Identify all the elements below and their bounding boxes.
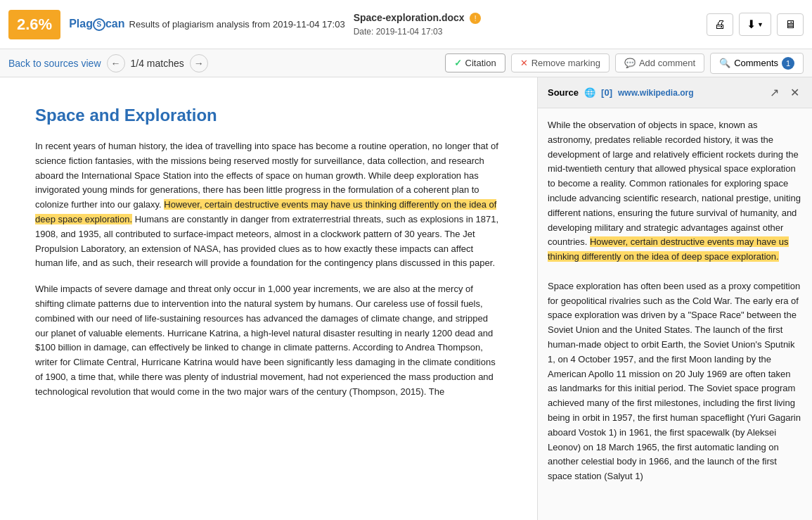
file-name: Space-exploration.docx [354,12,465,23]
source-header-icons: ↗ ✕ [767,84,802,101]
citation-button[interactable]: ✓ Citation [445,53,505,72]
source-num: [0] [601,87,612,98]
x-icon: ✕ [520,58,528,68]
paragraph-1: In recent years of human history, the id… [35,139,502,271]
comments-button[interactable]: 🔍 Comments 1 [710,53,804,74]
remove-marking-button[interactable]: ✕ Remove marking [511,53,610,72]
top-bar: 2.6% PlagScan Results of plagiarism anal… [0,0,812,49]
back-to-sources-link[interactable]: Back to sources view [8,58,101,69]
print-button[interactable]: 🖨 [707,13,733,36]
source-url-link[interactable]: www.wikipedia.org [618,88,694,98]
source-panel: Source 🌐 [0] www.wikipedia.org ↗ ✕ While… [538,77,812,520]
match-counter: 1/4 matches [131,58,184,69]
source-text-before: While the observation of objects in spac… [548,120,801,247]
comments-label: Comments [734,58,778,68]
comments-icon: 🔍 [719,58,730,68]
source-header: Source 🌐 [0] www.wikipedia.org ↗ ✕ [538,77,812,108]
next-match-button[interactable]: → [190,54,208,72]
file-info: Space-exploration.docx ! Date: 2019-11-0… [354,12,522,37]
citation-label: Citation [465,58,496,68]
check-icon: ✓ [454,58,462,68]
comments-badge: 1 [782,57,794,70]
action-bar: Back to sources view ← 1/4 matches → ✓ C… [0,49,812,77]
source-content: While the observation of objects in spac… [538,108,812,520]
analysis-info: Results of plagiarism analysis from 2019… [129,19,345,30]
document-panel: Space and Exploration In recent years of… [0,77,538,520]
paragraph-2: While impacts of severe damage and threa… [35,282,502,399]
file-date: Date: 2019-11-04 17:03 [354,27,522,37]
download-button[interactable]: ⬇ ▼ [739,13,771,36]
comment-icon: 💬 [624,58,636,68]
plagscan-logo: PlagScan Results of plagiarism analysis … [69,18,344,31]
display-icon: 🖥 [785,18,796,31]
source-paragraph-2: Space exploration has often been used as… [548,279,802,484]
prev-match-button[interactable]: ← [107,54,125,72]
source-label: Source [548,87,579,98]
print-icon: 🖨 [714,18,726,31]
add-comment-label: Add comment [639,58,695,68]
plagiarism-score: 2.6% [8,10,60,39]
source-paragraph-1: While the observation of objects in spac… [548,118,802,265]
open-external-button[interactable]: ↗ [767,84,782,101]
close-source-button[interactable]: ✕ [787,84,802,101]
chevron-down-icon: ▼ [757,21,763,28]
globe-icon: 🌐 [584,87,595,98]
warning-icon: ! [470,13,481,24]
download-icon: ⬇ [747,18,756,31]
document-title: Space and Exploration [35,106,502,125]
main-content: Space and Exploration In recent years of… [0,77,812,520]
add-comment-button[interactable]: 💬 Add comment [615,53,704,72]
logo-brand: PlagScan [69,18,124,31]
toolbar-icons: 🖨 ⬇ ▼ 🖥 [707,13,804,36]
remove-label: Remove marking [531,58,600,68]
display-button[interactable]: 🖥 [777,13,804,36]
